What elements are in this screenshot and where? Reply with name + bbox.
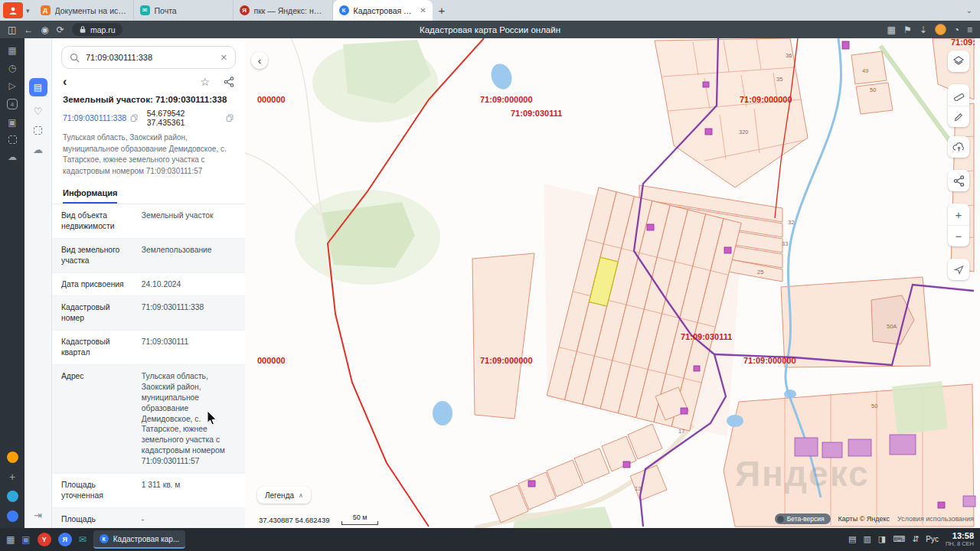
volume-icon[interactable]: ◨: [878, 534, 886, 544]
table-row: АдресТульская область, Заокский район, м…: [52, 365, 245, 474]
search-input[interactable]: 71:09:030111:338 ✕: [61, 46, 236, 69]
clear-search-icon[interactable]: ✕: [220, 53, 227, 63]
profile-avatar[interactable]: [935, 24, 946, 35]
parcel-number: 33: [782, 240, 788, 247]
clock[interactable]: 13:58 ПН, 8 СЕН: [946, 531, 974, 547]
app-menu-icon[interactable]: ▦: [6, 535, 15, 544]
tab-list-icon[interactable]: ⌄: [966, 6, 972, 15]
add-panel-icon[interactable]: +: [9, 471, 15, 482]
info-panel: 71:09:030111:338 ✕ ‹ ☆ Земельный участок…: [52, 38, 245, 528]
video-icon[interactable]: ▷: [8, 81, 15, 90]
yandex-browser-icon[interactable]: Y: [38, 533, 51, 546]
locate-button[interactable]: [948, 259, 969, 280]
tab-search-favicon-icon: Я: [240, 5, 250, 15]
login-chevron-icon[interactable]: ▾: [26, 7, 30, 15]
attr-label: Площадь уточненная: [52, 474, 132, 508]
panel-back-button[interactable]: ‹: [63, 76, 67, 88]
history-icon[interactable]: ◷: [8, 64, 16, 73]
draw-button[interactable]: [948, 106, 969, 127]
attr-label: Вид объекта недвижимости: [52, 204, 132, 238]
tab-close-icon[interactable]: ✕: [420, 6, 426, 15]
terms-link[interactable]: Условия использования: [897, 515, 974, 523]
collapse-panel-icon[interactable]: ⇥: [34, 510, 42, 520]
yandex-app-icon[interactable]: Я: [58, 533, 72, 546]
back-icon[interactable]: ←: [24, 25, 33, 34]
map-canvas[interactable]: 000000 71:09:000000 71:09:030111 71:09:0…: [245, 38, 980, 528]
protect-icon[interactable]: ◉: [41, 25, 48, 34]
attr-value: Земельный участок: [132, 204, 245, 238]
panel-collapse-button[interactable]: ‹: [251, 52, 268, 69]
ruler-button[interactable]: [948, 84, 969, 106]
tab-information[interactable]: Информация: [63, 188, 117, 204]
parcel-number: 32: [788, 219, 794, 226]
cloud-icon[interactable]: ☁: [8, 152, 17, 161]
browser-login-button[interactable]: [3, 2, 23, 18]
scale-bar: 50 м: [341, 514, 378, 525]
pond: [727, 415, 743, 427]
new-tab-button[interactable]: +: [439, 4, 446, 17]
favorite-star-icon[interactable]: ☆: [200, 77, 210, 87]
favorites-heart-icon[interactable]: ♡: [34, 106, 43, 116]
keyboard-icon[interactable]: ⌨: [893, 534, 905, 544]
quarter-label: 71:09:030111: [681, 332, 732, 341]
copy-icon[interactable]: [226, 114, 234, 122]
messenger-icon[interactable]: [7, 510, 18, 522]
services-grid-icon[interactable]: ▦: [8, 46, 16, 55]
keyboard-layout-indicator[interactable]: Рус: [926, 535, 939, 543]
area-select-icon[interactable]: [34, 126, 42, 135]
tab-title: Почта: [155, 6, 227, 15]
tab-documents[interactable]: Д Документы на исполнен: [34, 0, 134, 21]
upload-button[interactable]: [948, 136, 969, 158]
extensions-icon[interactable]: ▦: [887, 25, 896, 34]
layers-button[interactable]: [948, 51, 969, 72]
alice-assistant-icon[interactable]: [7, 452, 18, 463]
zoom-out-button[interactable]: −: [948, 225, 969, 246]
network-icon[interactable]: ⇵: [912, 534, 919, 544]
parcel-number: 50: [870, 86, 876, 93]
address-bar[interactable]: map.ru: [72, 23, 122, 36]
location-description: Тульская область, Заокский район, муници…: [52, 127, 245, 178]
printer-icon[interactable]: ▤: [848, 534, 856, 544]
parcel-number: 35: [776, 76, 782, 83]
zoom-in-button[interactable]: +: [948, 204, 969, 225]
display-icon[interactable]: ▥: [863, 534, 871, 544]
mail-app-icon[interactable]: ✉: [79, 535, 87, 544]
active-window-button[interactable]: К Кадастровая кар...: [93, 530, 186, 549]
selection-tool-icon[interactable]: [8, 135, 17, 144]
map-share-button[interactable]: [948, 170, 969, 191]
file-manager-icon[interactable]: ▣: [21, 535, 30, 544]
tabs-count-badge[interactable]: 4: [7, 99, 18, 109]
tab-yandex-search[interactable]: Я пкк — Яндекс: нашлось: [234, 0, 333, 21]
map-svg[interactable]: 000000 71:09:000000 71:09:030111 71:09:0…: [245, 38, 980, 528]
notifications-icon[interactable]: ◔: [954, 25, 959, 34]
tab-cadastral-map[interactable]: К Кадастровая карта Ро ✕: [333, 0, 433, 21]
cadastral-number-link[interactable]: 71:09:030111:338: [63, 113, 126, 122]
telegram-icon[interactable]: [7, 491, 18, 502]
url-text: map.ru: [90, 25, 116, 34]
cloud-sync-icon[interactable]: ☁: [33, 145, 43, 155]
quarter-label: 71:09:000000: [480, 356, 533, 365]
window-favicon-icon: К: [100, 534, 109, 543]
cadastre-app-icon[interactable]: ▤: [29, 78, 47, 96]
parcel-number: 25: [757, 269, 763, 276]
attr-value: 24.10.2024: [132, 272, 245, 296]
copy-icon[interactable]: [130, 114, 139, 122]
refresh-icon[interactable]: ⟳: [57, 25, 64, 34]
cloud-upload-icon: [952, 142, 965, 153]
screenshot-icon[interactable]: ▣: [8, 118, 16, 127]
downloads-icon[interactable]: ⇣: [920, 25, 927, 34]
bookmark-flag-icon[interactable]: ⚑: [903, 25, 912, 34]
tab-mail[interactable]: ✉ Почта: [134, 0, 234, 21]
browser-toolbar: ◫ ← ◉ ⟳ map.ru Кадастровая карта России …: [0, 21, 980, 38]
parcel-number: 320: [739, 129, 749, 135]
table-row: Вид объекта недвижимостиЗемельный участо…: [52, 204, 245, 238]
sidebar-toggle-icon[interactable]: ◫: [8, 25, 16, 34]
panel-actions: ‹ ☆: [52, 72, 245, 90]
browser-menu-icon[interactable]: ≡: [967, 25, 972, 34]
panel-icon-column: ▤ ♡ ☁ ⇥: [24, 38, 52, 528]
beta-badge: Бета-версия: [775, 514, 831, 524]
share-icon[interactable]: [224, 77, 234, 87]
legend-button[interactable]: Легенда ∧: [257, 487, 311, 504]
table-row: Кадастровый квартал71:09:030111: [52, 331, 245, 365]
info-icon: [777, 516, 784, 523]
